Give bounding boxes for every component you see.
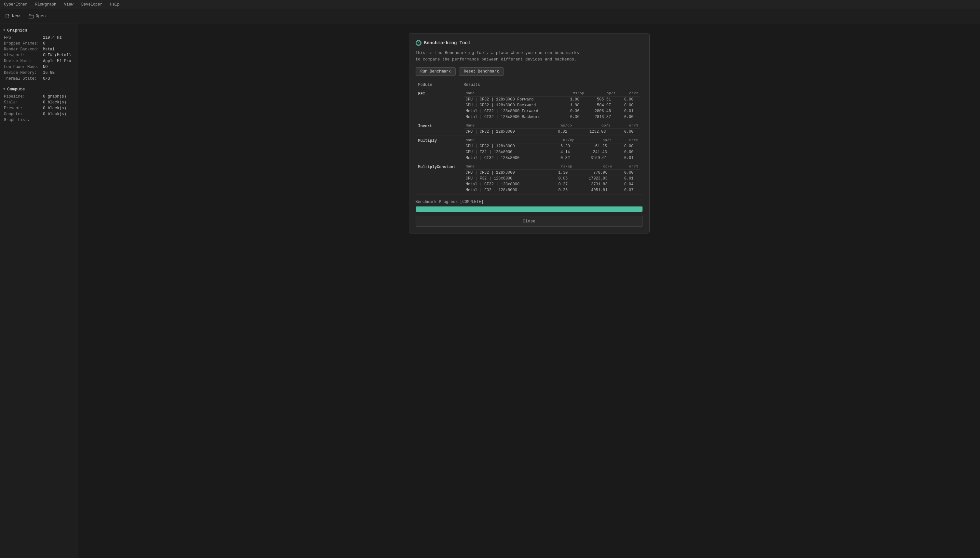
inner-table-cell: 0.36 — [563, 114, 586, 120]
menu-view[interactable]: View — [63, 2, 75, 8]
inner-table-cell: 0.32 — [550, 155, 576, 161]
open-button[interactable]: Open — [27, 13, 48, 20]
inner-table-cell: CPU | CF32 | 128x8000 — [464, 143, 550, 149]
sidebar-graphics-row: FPS:119.4 Hz — [0, 35, 78, 41]
inner-table-row: CPU | F32 | 128x80004.14241.430.00 — [464, 149, 640, 155]
inner-table: Namems/opop/serr%CPU | CF32 | 128x80001.… — [464, 163, 640, 193]
menu-help[interactable]: Help — [109, 2, 121, 8]
inner-table-cell: 0.81 — [546, 129, 574, 135]
toolbar: New Open — [0, 9, 980, 23]
new-icon — [5, 14, 10, 19]
graphics-chevron-icon: ▼ — [3, 29, 5, 32]
sidebar-compute-row: Compute:0 block(s) — [0, 111, 78, 117]
menu-cyberether[interactable]: CyberEther — [3, 2, 29, 8]
inner-table-cell: Metal | CF32 | 128x8000 — [464, 155, 550, 161]
inner-table-cell: 161.25 — [576, 143, 614, 149]
close-button[interactable]: Close — [416, 216, 643, 226]
module-results-cell: Namems/opop/serr%CPU | CF32 | 128x80000.… — [461, 121, 643, 136]
inner-table-cell: 0.00 — [612, 129, 640, 135]
menu-bar: CyberEther Flowgraph View Developer Help — [0, 0, 980, 9]
inner-table: Namems/opop/serr%CPU | CF32 | 128x8000 F… — [464, 90, 640, 120]
inner-table-cell: 3159.61 — [576, 155, 614, 161]
inner-table-row: CPU | CF32 | 128x80006.20161.250.00 — [464, 143, 640, 149]
table-row: InvertNamems/opop/serr%CPU | CF32 | 128x… — [416, 121, 643, 136]
inner-table-cell: Metal | CF32 | 128x8000 Forward — [464, 108, 564, 114]
graphics-section-header[interactable]: ▼ Graphics — [0, 26, 78, 35]
inner-table-cell: 0.01 — [614, 176, 640, 181]
module-name-cell: Multiply — [416, 136, 461, 162]
menu-flowgraph[interactable]: Flowgraph — [34, 2, 58, 8]
module-name-cell: FFT — [416, 89, 461, 121]
inner-table-row: Metal | CF32 | 128x8000 Forward0.362806.… — [464, 108, 640, 114]
inner-table-cell: 241.43 — [576, 149, 614, 155]
col-module: Module — [416, 81, 461, 89]
progress-bar-background — [416, 206, 643, 212]
inner-table-row: CPU | F32 | 128x80000.0617923.930.01 — [464, 176, 640, 181]
table-row: MultiplyNamems/opop/serr%CPU | CF32 | 12… — [416, 136, 643, 162]
inner-table-cell: 2806.46 — [586, 108, 618, 114]
inner-table-row: CPU | CF32 | 128x80001.30770.960.00 — [464, 170, 640, 176]
results-body: FFTNamems/opop/serr%CPU | CF32 | 128x800… — [416, 89, 643, 194]
inner-table-cell: 0.27 — [548, 181, 574, 187]
compute-section-header[interactable]: ▼ Compute — [0, 85, 78, 94]
inner-table-cell: 0.00 — [614, 143, 640, 149]
inner-table-cell: 17923.93 — [574, 176, 614, 181]
inner-table-cell: 770.96 — [574, 170, 614, 176]
sidebar-compute-row: Stale:0 block(s) — [0, 100, 78, 105]
inner-table-cell: 0.00 — [618, 97, 640, 103]
new-label: New — [12, 14, 20, 18]
module-results-cell: Namems/opop/serr%CPU | CF32 | 128x8000 F… — [461, 89, 643, 121]
svg-rect-0 — [6, 14, 9, 18]
inner-table-cell: 0.00 — [618, 114, 640, 120]
new-button[interactable]: New — [3, 13, 21, 20]
inner-table-cell: 0.00 — [618, 102, 640, 108]
inner-col-header: err% — [614, 137, 640, 143]
inner-table-cell: 0.00 — [614, 149, 640, 155]
sidebar-compute-row: Graph List: — [0, 117, 78, 123]
inner-col-header: Name — [464, 122, 546, 129]
inner-col-header: err% — [618, 90, 640, 97]
inner-table-row: Metal | CF32 | 128x80000.273731.830.04 — [464, 181, 640, 187]
run-benchmark-button[interactable]: Run Benchmark — [416, 67, 456, 76]
reset-benchmark-button[interactable]: Reset Benchmark — [459, 67, 504, 76]
inner-table-cell: CPU | CF32 | 128x8000 — [464, 129, 546, 135]
inner-table-cell: CPU | CF32 | 128x8000 Backward — [464, 102, 564, 108]
results-table: Module Results FFTNamems/opop/serr%CPU |… — [416, 81, 643, 194]
inner-col-header: op/s — [574, 163, 614, 170]
module-name-cell: MultiplyConstant — [416, 162, 461, 194]
dialog-title-text: Benchmarking Tool — [424, 40, 471, 46]
sidebar-compute-row: Pipeline:0 graph(s) — [0, 94, 78, 100]
inner-table-row: Metal | F32 | 128x80000.254051.810.07 — [464, 187, 640, 193]
inner-table-cell: 0.06 — [548, 176, 574, 181]
sidebar-graphics-row: Thermal State:0/3 — [0, 76, 78, 82]
inner-col-header: Name — [464, 137, 550, 143]
inner-col-header: op/s — [586, 90, 618, 97]
inner-table-cell: 1.98 — [563, 97, 586, 103]
benchmarking-dialog: Benchmarking Tool This is the Benchmarki… — [409, 33, 650, 233]
inner-table-cell: 0.01 — [618, 108, 640, 114]
inner-table-row: Metal | CF32 | 128x80000.323159.610.01 — [464, 155, 640, 161]
inner-table-row: CPU | CF32 | 128x8000 Backward1.98504.97… — [464, 102, 640, 108]
inner-table-cell: 4.14 — [550, 149, 576, 155]
main-layout: ▼ Graphics FPS:119.4 HzDropped Frames:0R… — [0, 23, 980, 558]
sidebar-graphics-row: Render Backend:Metal — [0, 46, 78, 53]
sidebar-graphics-row: Device Memory:16 GB — [0, 70, 78, 76]
inner-table-cell: 3731.83 — [574, 181, 614, 187]
graphics-section-label: Graphics — [7, 28, 27, 33]
inner-table-cell: Metal | CF32 | 128x8000 Backward — [464, 114, 564, 120]
inner-table-row: CPU | CF32 | 128x8000 Forward1.98505.510… — [464, 97, 640, 103]
sidebar-graphics-row: Device Name:Apple M1 Pro — [0, 58, 78, 64]
inner-table-cell: 0.01 — [614, 155, 640, 161]
inner-table-cell: 1.98 — [563, 102, 586, 108]
inner-table-cell: 6.20 — [550, 143, 576, 149]
inner-table-cell: 504.97 — [586, 102, 618, 108]
inner-table-cell: 0.07 — [614, 187, 640, 193]
graphics-rows: FPS:119.4 HzDropped Frames:0Render Backe… — [0, 35, 78, 82]
inner-table-row: CPU | CF32 | 128x80000.811232.030.00 — [464, 129, 640, 135]
inner-table-cell: 1.30 — [548, 170, 574, 176]
inner-table-cell: 0.25 — [548, 187, 574, 193]
dialog-action-buttons: Run Benchmark Reset Benchmark — [416, 67, 643, 76]
inner-table-cell: CPU | F32 | 128x8000 — [464, 176, 548, 181]
compute-rows: Pipeline:0 graph(s)Stale:0 block(s)Prese… — [0, 94, 78, 123]
menu-developer[interactable]: Developer — [80, 2, 104, 8]
